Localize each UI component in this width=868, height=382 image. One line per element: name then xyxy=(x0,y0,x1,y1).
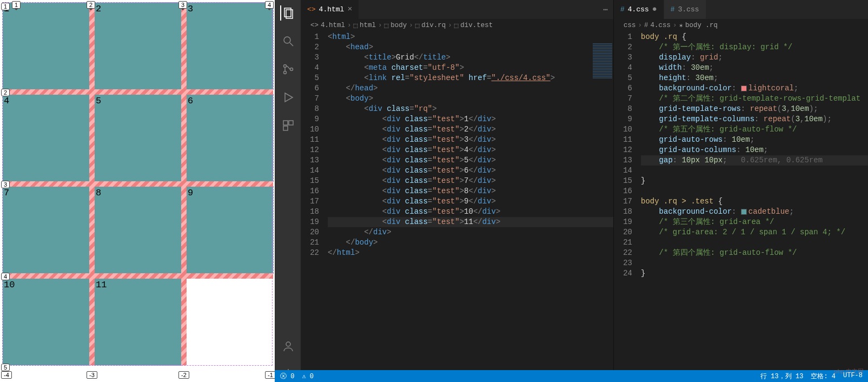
code-editor-html[interactable]: 12345678910111213141516171819202122 <htm… xyxy=(301,32,613,382)
cube-icon: ⬚ xyxy=(415,21,420,30)
activity-bar xyxy=(275,0,301,382)
grid-line-neg-label: -4 xyxy=(1,371,12,379)
rule-icon: ✶ xyxy=(679,21,684,30)
grid-cell[interactable]: 4 xyxy=(3,95,89,181)
tab-label: 4.html xyxy=(319,5,344,14)
editor-group-html: <> 4.html × ⋯ <> 4.html› ⬚html› ⬚body› ⬚… xyxy=(301,0,614,382)
svg-rect-9 xyxy=(289,121,293,125)
css-file-icon: # xyxy=(644,22,648,29)
cube-icon: ⬚ xyxy=(385,21,389,30)
cube-icon: ⬚ xyxy=(454,21,459,30)
grid-cell[interactable]: 9 xyxy=(187,187,273,273)
tab-4-html[interactable]: <> 4.html × xyxy=(301,0,359,19)
grid-cell[interactable]: 11 xyxy=(95,279,181,365)
svg-point-5 xyxy=(284,71,287,74)
grid-devtools-overlay: 1 2 3 4 5 6 7 8 9 10 11 1 2 3 4 1 2 3 4 … xyxy=(0,0,275,368)
indent-status[interactable]: 空格: 4 xyxy=(811,372,836,381)
grid-line-label: 3 xyxy=(178,1,187,9)
grid-cell[interactable]: 3 xyxy=(187,3,273,89)
svg-point-4 xyxy=(284,65,287,68)
problems-errors[interactable]: ⓧ 0 xyxy=(280,372,294,381)
watermark: php 中文网 xyxy=(834,367,864,376)
css-file-icon: # xyxy=(671,5,675,14)
svg-marker-7 xyxy=(285,93,293,102)
tab-bar: <> 4.html × ⋯ xyxy=(301,0,613,19)
grid-cell[interactable]: 8 xyxy=(95,187,181,273)
grid-cell[interactable]: 10 xyxy=(3,279,89,365)
html-file-icon: <> xyxy=(310,22,319,29)
debug-icon[interactable] xyxy=(280,90,295,105)
grid-line-label: 2 xyxy=(87,1,95,9)
grid-cell[interactable]: 1 xyxy=(3,3,89,89)
source-control-icon[interactable] xyxy=(280,62,295,77)
extensions-icon[interactable] xyxy=(280,118,295,133)
code-editor-css[interactable]: 123456789101112131415161718192021222324 … xyxy=(614,32,868,382)
grid-line-label: 2 xyxy=(1,89,10,96)
breadcrumb[interactable]: <> 4.html› ⬚html› ⬚body› ⬚div.rq› ⬚div.t… xyxy=(301,19,613,32)
grid-line-label: 5 xyxy=(1,364,10,371)
grid-line-neg-label: -2 xyxy=(178,371,189,379)
tab-4-css[interactable]: # 4.css ● xyxy=(614,0,664,19)
grid-line-label: 4 xyxy=(1,273,10,280)
grid-line-label: 3 xyxy=(1,181,10,188)
dirty-icon[interactable]: ● xyxy=(652,5,657,14)
svg-point-11 xyxy=(286,342,290,346)
grid-cell[interactable]: 7 xyxy=(3,187,89,273)
grid-cell[interactable]: 6 xyxy=(187,95,273,181)
svg-line-3 xyxy=(290,43,293,46)
svg-rect-10 xyxy=(283,126,288,130)
search-icon[interactable] xyxy=(280,34,295,49)
cube-icon: ⬚ xyxy=(354,21,358,30)
grid-line-neg-label: -1 xyxy=(265,371,275,379)
close-icon[interactable]: × xyxy=(347,5,352,14)
editor-group-css: # 4.css ● # 3.css css› #4.css› ✶body .rq… xyxy=(614,0,868,382)
tab-label: 4.css xyxy=(628,5,649,14)
svg-rect-8 xyxy=(283,121,288,125)
breadcrumb[interactable]: css› #4.css› ✶body .rq xyxy=(614,19,868,32)
minimap[interactable] xyxy=(592,43,613,108)
svg-point-2 xyxy=(284,37,290,43)
html-file-icon: <> xyxy=(307,5,316,14)
problems-warnings[interactable]: ⚠ 0 xyxy=(302,372,314,380)
cursor-position[interactable]: 行 13，列 13 xyxy=(760,372,803,381)
grid-line-label: 4 xyxy=(265,1,274,9)
css-file-icon: # xyxy=(620,5,625,14)
grid-line-label: 1 xyxy=(12,1,21,9)
account-icon[interactable] xyxy=(280,339,295,354)
tab-label: 3.css xyxy=(678,5,699,14)
svg-point-6 xyxy=(290,68,293,71)
vscode-window: <> 4.html × ⋯ <> 4.html› ⬚html› ⬚body› ⬚… xyxy=(275,0,868,382)
files-icon[interactable] xyxy=(280,5,295,21)
tab-bar: # 4.css ● # 3.css xyxy=(614,0,868,19)
tab-more-icon[interactable]: ⋯ xyxy=(598,0,613,19)
status-bar: ⓧ 0 ⚠ 0 行 13，列 13 空格: 4 UTF-8 xyxy=(275,370,868,382)
grid-cell[interactable]: 2 xyxy=(95,3,181,89)
grid-line-label: 1 xyxy=(1,3,10,10)
grid-cell[interactable]: 5 xyxy=(95,95,181,181)
grid-line-neg-label: -3 xyxy=(87,371,97,379)
tab-3-css[interactable]: # 3.css xyxy=(664,0,706,19)
browser-preview: 1 2 3 4 5 6 7 8 9 10 11 1 2 3 4 1 2 3 4 … xyxy=(0,0,275,382)
